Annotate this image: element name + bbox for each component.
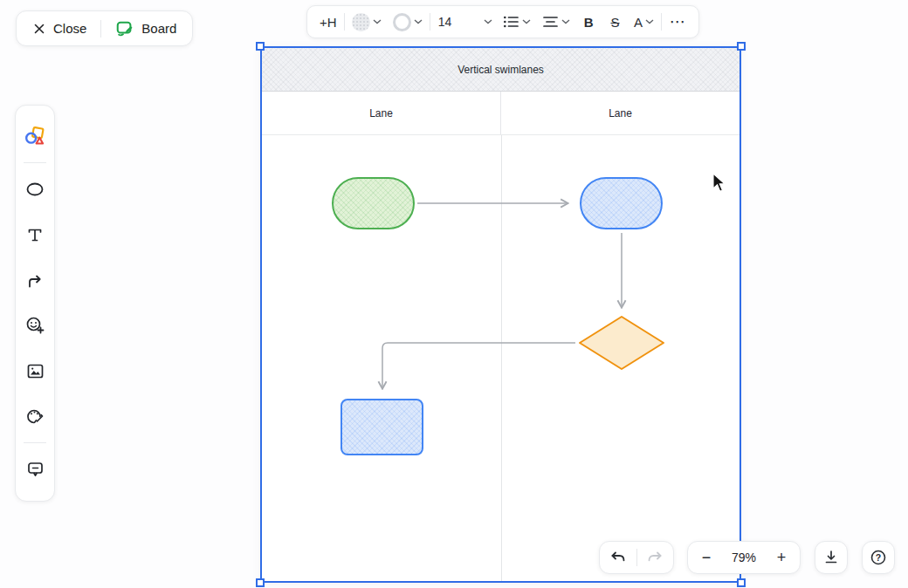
add-heading-label: +H [320,15,337,30]
window-header: Close Board [16,10,193,46]
text-tool-button[interactable] [21,221,49,249]
comment-tool-button[interactable] [21,455,49,483]
ellipse-tool-icon [25,181,45,198]
fill-color-swatch-icon [352,13,370,31]
task-node[interactable] [340,399,423,455]
list-style-button[interactable] [499,10,534,34]
close-label: Close [53,21,86,36]
lane-header-2[interactable]: Lane [500,92,739,134]
selection-handle-top-left[interactable] [256,42,265,51]
divider [24,162,46,163]
font-size-select[interactable]: 14 [435,10,496,34]
chevron-down-icon [522,19,531,24]
board-button[interactable]: Board [105,14,187,43]
undo-button[interactable] [605,544,631,571]
undo-icon [610,550,626,564]
stroke-color-button[interactable] [389,10,426,34]
svg-text:?: ? [876,552,881,563]
lane-header-1[interactable]: Lane [262,92,500,134]
zoom-level: 79% [732,550,756,564]
stroke-color-swatch-icon [393,13,411,31]
image-tool-button[interactable] [21,357,49,385]
connector-tool-button[interactable] [21,266,49,294]
divider [430,13,430,31]
strikethrough-button[interactable]: S [604,10,627,34]
format-toolbar: +H 14 [306,5,699,38]
swimlane-board[interactable]: Vertical swimlanes Lane Lane [260,46,741,583]
board-icon [115,19,134,38]
selection-handle-bottom-left[interactable] [256,578,265,587]
redo-button[interactable] [642,544,668,571]
image-tool-icon [26,363,45,379]
more-options-label: ⋯ [670,12,686,31]
align-center-icon [542,15,559,29]
bullet-list-icon [503,15,519,29]
swimlane-title: Vertical swimlanes [457,64,544,76]
start-node[interactable] [332,177,415,229]
ellipse-tool-button[interactable] [21,175,49,203]
fill-color-button[interactable] [348,10,385,34]
add-heading-button[interactable]: +H [316,10,340,34]
shapes-library-button[interactable] [21,122,49,150]
swimlane-titlebar[interactable]: Vertical swimlanes [262,48,739,92]
lane-1-label: Lane [369,107,393,120]
selection-handle-top-right[interactable] [737,42,746,51]
download-icon [823,550,839,565]
lane-divider-line [501,135,502,581]
text-color-label: A [634,15,643,30]
strikethrough-label: S [611,15,620,30]
chevron-down-icon [414,19,423,24]
zoom-controls: − 79% + [687,541,801,574]
board-label: Board [141,21,176,36]
divider [100,20,101,38]
font-size-value: 14 [438,15,452,29]
close-button[interactable]: Close [22,14,97,43]
redo-icon [647,550,663,564]
bold-label: B [584,15,594,30]
close-icon [32,22,46,36]
divider [661,13,662,31]
zoom-in-button[interactable]: + [772,549,791,567]
text-tool-icon [26,226,44,243]
more-options-button[interactable]: ⋯ [666,10,690,34]
text-align-button[interactable] [539,10,574,34]
help-icon: ? [870,549,887,566]
history-controls [599,541,674,574]
draw-tool-icon [25,407,45,426]
comment-tool-icon [26,461,45,478]
draw-tool-button[interactable] [21,402,49,430]
tools-sidebar [15,105,55,502]
help-button[interactable]: ? [862,541,895,574]
chevron-down-icon [373,19,382,24]
emoji-add-button[interactable] [21,311,49,339]
text-color-button[interactable]: A [630,10,657,34]
zoom-out-button[interactable]: − [697,549,716,567]
chevron-down-icon [561,19,570,24]
bold-button[interactable]: B [577,10,600,34]
chevron-down-icon [484,19,492,24]
shapes-library-icon [24,126,45,147]
download-button[interactable] [815,541,848,574]
lane-2-label: Lane [609,107,632,120]
divider [636,549,637,566]
divider [24,442,46,443]
connector-tool-icon [26,271,45,290]
chevron-down-icon [645,19,654,24]
selection-handle-bottom-right[interactable] [737,578,746,587]
lane-headers-row: Lane Lane [262,92,739,135]
process-node[interactable] [580,177,663,229]
divider [344,13,345,31]
emoji-add-icon [25,316,45,335]
